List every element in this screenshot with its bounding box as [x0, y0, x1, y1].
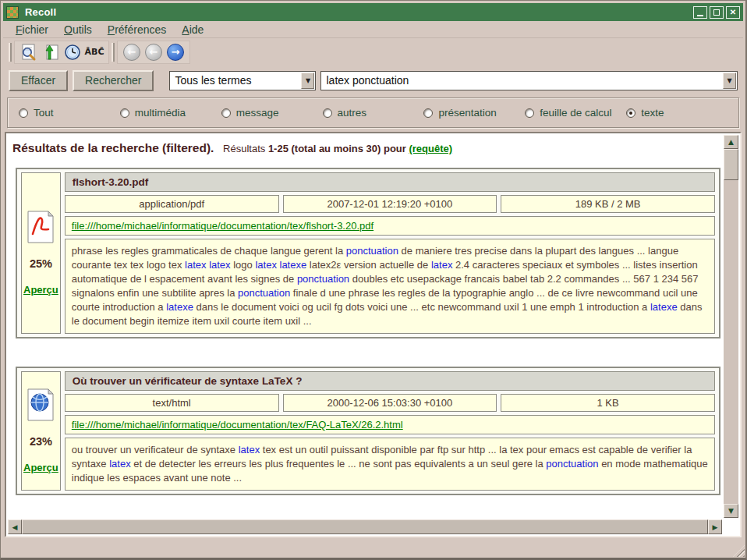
filter-label: feuille de calcul — [540, 107, 611, 119]
filter-label: message — [236, 107, 279, 119]
results-title: Résultats de la recherche (filtered). — [12, 141, 214, 154]
filter-radio-Tout[interactable]: Tout — [19, 107, 120, 119]
arrow-left-icon: ← — [145, 44, 162, 61]
maximize-icon — [713, 9, 720, 16]
scroll-left-icon[interactable]: ◀ — [8, 519, 22, 534]
filter-radio-feuille-de-calcul[interactable]: feuille de calcul — [525, 107, 626, 119]
relevance-percent: 25% — [30, 257, 52, 270]
app-icon — [6, 6, 19, 19]
search-mode-value: Tous les termes — [170, 74, 300, 87]
filter-radio-autres[interactable]: autres — [323, 107, 424, 119]
arrow-left-icon: ← — [123, 44, 140, 61]
radio-icon[interactable] — [19, 108, 28, 118]
filter-radio-texte[interactable]: texte — [626, 107, 728, 119]
query-details-link[interactable]: (requête) — [409, 143, 452, 154]
filter-label: texte — [641, 107, 664, 119]
scroll-right-icon[interactable]: ▶ — [708, 519, 722, 534]
scroll-down-icon[interactable]: ▼ — [724, 504, 738, 518]
toolbar-grip[interactable] — [112, 43, 115, 62]
first-page-button[interactable]: ← — [121, 41, 143, 63]
result-mimetype: application/pdf — [65, 195, 279, 213]
menu-fichier[interactable]: Fichier — [8, 22, 56, 37]
result-item-2: 23% Aperçu Où trouver un vérificateur de… — [16, 367, 720, 495]
preview-link[interactable]: Aperçu — [23, 284, 58, 296]
advanced-search-button[interactable] — [18, 41, 40, 63]
menu-aide[interactable]: Aide — [174, 22, 211, 37]
radio-icon[interactable] — [423, 108, 433, 118]
abc-icon: ÂBĈ — [85, 47, 104, 57]
menubar: Fichier Outils Préférences Aide — [3, 22, 743, 38]
search-button[interactable]: Rechercher — [73, 70, 154, 91]
search-row: Effacer Rechercher Tous les termes ▼ ▼ — [9, 69, 738, 91]
close-button[interactable]: ✕ — [726, 6, 740, 19]
menu-preferences[interactable]: Préférences — [100, 22, 175, 37]
arrow-right-icon: → — [167, 44, 184, 61]
toolbar-group-nav: ← ← → — [117, 41, 190, 64]
window-title: Recoll — [25, 6, 56, 18]
result-side-panel: 25% Aperçu — [21, 172, 61, 334]
search-mode-select[interactable]: Tous les termes ▼ — [169, 71, 316, 90]
menu-outils[interactable]: Outils — [56, 22, 100, 37]
filter-bar: Tout multimédia message autres présentat… — [7, 97, 739, 128]
pdf-file-icon — [27, 211, 55, 243]
result-date: 2007-12-01 12:19:20 +0100 — [283, 195, 497, 213]
result-side-panel: 23% Aperçu — [21, 371, 61, 491]
vertical-scrollbar-thumb[interactable] — [724, 149, 738, 180]
resize-grip[interactable] — [733, 545, 745, 557]
radio-icon[interactable] — [221, 108, 231, 118]
result-size: 189 KB / 2 MB — [501, 195, 715, 213]
recoll-window: Recoll ✕ Fichier Outils Préférences Aide — [0, 0, 747, 560]
result-snippet: phrase les regles grammaticales de chaqu… — [65, 239, 715, 334]
radio-icon[interactable] — [120, 108, 129, 118]
filter-label: multimédia — [135, 107, 186, 119]
status-bar — [1, 539, 745, 558]
minimize-icon — [697, 15, 703, 16]
minimize-button[interactable] — [693, 6, 707, 19]
update-index-button[interactable] — [40, 41, 62, 63]
filter-label: autres — [338, 107, 367, 119]
radio-icon[interactable] — [323, 108, 332, 118]
chevron-down-icon[interactable]: ▼ — [301, 73, 314, 89]
toolbar: ÂBĈ ← ← → — [3, 39, 743, 65]
maximize-button[interactable] — [710, 6, 724, 19]
preview-link[interactable]: Aperçu — [23, 462, 58, 473]
result-url-link[interactable]: file:///home/michael/informatique/docume… — [72, 419, 403, 431]
filter-radio-message[interactable]: message — [221, 107, 323, 119]
previous-page-button[interactable]: ← — [143, 41, 165, 63]
result-snippet: ou trouver un verificateur de syntaxe la… — [65, 438, 715, 491]
result-date: 2000-12-06 15:03:30 +0100 — [283, 394, 497, 412]
results-list: Résultats de la recherche (filtered). Ré… — [6, 133, 723, 519]
toolbar-grip[interactable] — [9, 43, 12, 62]
horizontal-scrollbar[interactable]: ◀ ▶ — [8, 519, 722, 534]
search-input[interactable] — [321, 74, 722, 87]
result-url-link[interactable]: file:///home/michael/informatique/docume… — [72, 220, 374, 232]
radio-icon[interactable] — [525, 108, 534, 118]
result-title: flshort-3.20.pdf — [65, 172, 715, 192]
query-combobox[interactable]: ▼ — [320, 71, 738, 90]
vertical-scrollbar[interactable]: ▲ ▼ — [724, 135, 738, 518]
term-explorer-button[interactable]: ÂBĈ — [83, 41, 105, 63]
document-sort-arrows-icon — [41, 43, 60, 62]
toolbar-group-tools: ÂBĈ — [14, 41, 109, 64]
clock-icon — [63, 43, 82, 62]
result-size: 1 KB — [501, 394, 715, 412]
next-page-button[interactable]: → — [165, 41, 186, 63]
results-count: Résultats 1-25 (total au moins 30) pour … — [223, 143, 452, 154]
titlebar: Recoll ✕ — [3, 3, 743, 21]
result-mimetype: text/html — [65, 394, 279, 412]
document-magnifier-icon — [19, 43, 38, 62]
filter-label: présentation — [438, 107, 496, 119]
filter-label: Tout — [34, 107, 54, 119]
radio-icon[interactable] — [626, 108, 635, 118]
vertical-scrollbar-track[interactable] — [724, 180, 738, 504]
relevance-percent: 23% — [30, 435, 52, 448]
close-icon: ✕ — [730, 8, 736, 16]
horizontal-scrollbar-thumb[interactable] — [22, 519, 708, 534]
history-button[interactable] — [62, 41, 83, 63]
filter-radio-multimédia[interactable]: multimédia — [120, 107, 221, 119]
filter-radio-présentation[interactable]: présentation — [423, 107, 525, 119]
scroll-up-icon[interactable]: ▲ — [724, 135, 738, 149]
clear-button[interactable]: Effacer — [9, 70, 68, 91]
chevron-down-icon[interactable]: ▼ — [723, 73, 736, 89]
results-header: Résultats de la recherche (filtered). Ré… — [12, 141, 720, 155]
